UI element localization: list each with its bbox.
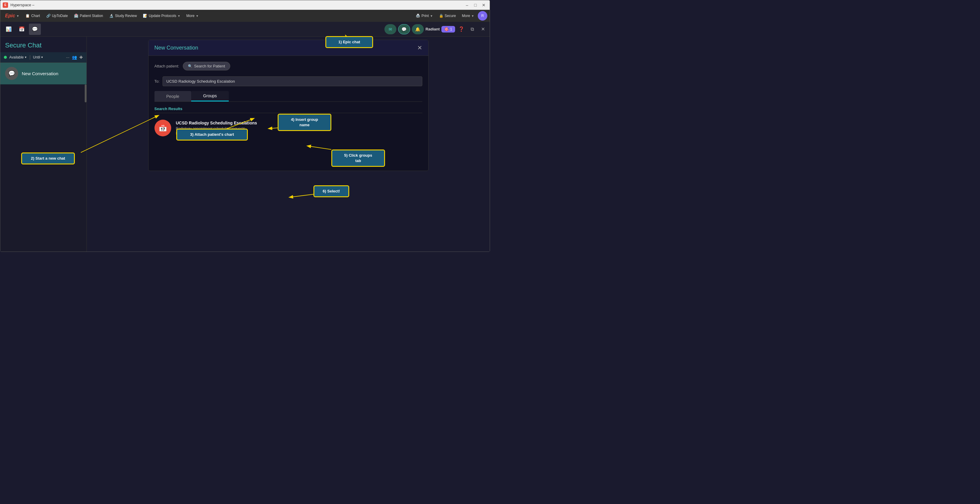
menu-bar: Epic ▼ 📋 Chart 🔗 UpToDate 🏥 Patient Stat…: [0, 10, 490, 22]
chart-menu-icon: 📋: [25, 13, 30, 18]
menu-secure-button[interactable]: 🔒 Secure: [437, 13, 458, 19]
title-bar: E Hyperspace – – □ ✕: [0, 0, 490, 10]
more-dropdown-icon: ▼: [196, 14, 199, 18]
window-controls: – □ ✕: [463, 2, 487, 9]
attach-patient-label: Attach patient:: [154, 64, 179, 69]
epic-logo-button[interactable]: Epic ▼: [3, 12, 22, 20]
dialog-close-button[interactable]: ✕: [417, 44, 422, 51]
notification-badge-button[interactable]: 🎯 1: [441, 26, 455, 32]
result-avatar-icon: 📅: [154, 120, 171, 136]
attach-patient-row: Attach patient: 🔍 Search for Patient: [154, 62, 422, 70]
until-dropdown-icon: ▼: [41, 56, 43, 59]
epic-logo-text: Epic: [5, 13, 15, 19]
close-button[interactable]: ✕: [480, 2, 487, 9]
new-window-button[interactable]: ⧉: [468, 25, 477, 34]
chat-scrollbar[interactable]: [85, 85, 86, 102]
menu-right-area: 🖨️ Print ▼ 🔒 Secure More ▼ R: [414, 11, 487, 21]
secure-label: Secure: [445, 14, 456, 18]
chat-new-btn[interactable]: ✚: [80, 55, 83, 60]
new-conv-avatar-icon: 💬: [5, 67, 18, 80]
alerts-button[interactable]: 🔔: [412, 24, 424, 34]
menu-item-chart[interactable]: 📋 Chart: [23, 12, 42, 19]
to-input[interactable]: [162, 77, 422, 86]
result-description: Radiology appointment scheduling request…: [176, 126, 422, 131]
toolbar-close-button[interactable]: ✕: [478, 25, 487, 34]
print-icon: 🖨️: [416, 14, 420, 18]
status-separator: |: [29, 54, 30, 60]
inbox-button[interactable]: ✉: [384, 24, 396, 34]
to-row: To:: [154, 77, 422, 86]
search-patient-label: Search for Patient: [194, 64, 225, 69]
availability-dropdown[interactable]: Available ▼: [9, 55, 27, 59]
menu-study-review-label: Study Review: [115, 14, 137, 18]
print-dropdown-icon: ▼: [430, 14, 433, 18]
new-conversation-item[interactable]: 💬 New Conversation: [0, 63, 86, 85]
badge-count: 1: [450, 27, 452, 31]
toolbar: 📊 📅 💬 ✉ 💬 🔔 Radiant 🎯 1 ❓ ⧉ ✕: [0, 22, 490, 37]
toolbar-right: ✉ 💬 🔔 Radiant 🎯 1 ❓ ⧉ ✕: [384, 24, 487, 34]
chat-more-btn[interactable]: ···: [66, 55, 70, 60]
search-results-label: Search Results: [154, 107, 422, 113]
left-panel: Secure Chat Available ▼ | Until ▼ ···: [0, 37, 87, 252]
app-icon: E: [3, 2, 8, 8]
dialog-header: New Conversation ✕: [148, 40, 428, 56]
more-right-label: More: [462, 14, 470, 18]
toolbar-chat-btn[interactable]: 💬: [29, 24, 41, 35]
secure-icon: 🔒: [439, 14, 444, 18]
right-panel: New Conversation ✕ Attach patient: 🔍 Sea…: [87, 37, 490, 252]
chat-action-icons: ··· 👥 ✚: [66, 55, 83, 60]
search-patient-button[interactable]: 🔍 Search for Patient: [183, 62, 230, 70]
patient-station-icon: 🏥: [74, 13, 78, 18]
result-name: UCSD Radiology Scheduling Escalations: [176, 121, 422, 125]
epic-chat-button[interactable]: 💬: [398, 24, 410, 34]
until-dropdown[interactable]: Until ▼: [33, 55, 43, 59]
search-icon: 🔍: [188, 64, 192, 69]
available-dropdown-icon: ▼: [24, 56, 27, 59]
dialog-body: Attach patient: 🔍 Search for Patient To:…: [148, 56, 428, 145]
menu-item-study-review[interactable]: 🔬 Study Review: [107, 12, 139, 19]
user-avatar[interactable]: R: [478, 11, 487, 21]
menu-more-right-button[interactable]: More ▼: [460, 13, 477, 19]
tabs-row: People Groups: [154, 91, 422, 102]
chat-group-btn[interactable]: 👥: [72, 55, 77, 60]
menu-item-update-protocols[interactable]: 📝 Update Protocols ▼: [140, 12, 183, 19]
availability-dot: [4, 56, 7, 59]
secure-chat-title: Secure Chat: [0, 37, 86, 52]
search-result-item[interactable]: 📅 UCSD Radiology Scheduling Escalations …: [154, 117, 422, 139]
print-label: Print: [422, 14, 429, 18]
uptodate-icon: 🔗: [46, 13, 51, 18]
to-label: To:: [154, 79, 159, 83]
maximize-button[interactable]: □: [472, 2, 479, 9]
groups-tab[interactable]: Groups: [191, 91, 229, 102]
result-members: Number of Members: 19: [176, 131, 422, 136]
menu-uptodate-label: UpToDate: [52, 14, 68, 18]
menu-item-uptodate[interactable]: 🔗 UpToDate: [43, 12, 70, 19]
more-right-dropdown-icon: ▼: [471, 14, 474, 18]
update-protocols-dropdown-icon: ▼: [177, 14, 180, 18]
toolbar-calendar-btn[interactable]: 📅: [16, 24, 28, 35]
update-protocols-icon: 📝: [143, 13, 148, 18]
menu-update-protocols-label: Update Protocols: [149, 14, 176, 18]
help-button[interactable]: ❓: [457, 25, 466, 34]
available-label: Available: [9, 55, 24, 59]
people-tab[interactable]: People: [154, 91, 191, 102]
main-content: Secure Chat Available ▼ | Until ▼ ···: [0, 37, 490, 252]
study-review-icon: 🔬: [109, 13, 114, 18]
menu-print-button[interactable]: 🖨️ Print ▼: [414, 13, 436, 19]
new-conversation-dialog: New Conversation ✕ Attach patient: 🔍 Sea…: [148, 40, 429, 171]
until-label: Until: [33, 55, 40, 59]
chat-list-area: [0, 85, 86, 252]
menu-item-more[interactable]: More ▼: [184, 13, 201, 19]
result-info: UCSD Radiology Scheduling Escalations Ra…: [176, 121, 422, 136]
main-window: E Hyperspace – – □ ✕ Epic ▼ 📋 Chart 🔗 Up…: [0, 0, 490, 252]
minimize-button[interactable]: –: [463, 2, 471, 9]
radiant-label: Radiant: [426, 27, 440, 31]
badge-icon: 🎯: [444, 27, 449, 31]
menu-patient-station-label: Patient Station: [80, 14, 103, 18]
new-conv-label: New Conversation: [22, 71, 59, 76]
menu-item-patient-station[interactable]: 🏥 Patient Station: [71, 12, 105, 19]
menu-more-label: More: [186, 14, 194, 18]
window-title: Hyperspace –: [10, 3, 34, 7]
menu-chart-label: Chart: [31, 14, 40, 18]
toolbar-chart-btn[interactable]: 📊: [3, 24, 14, 35]
